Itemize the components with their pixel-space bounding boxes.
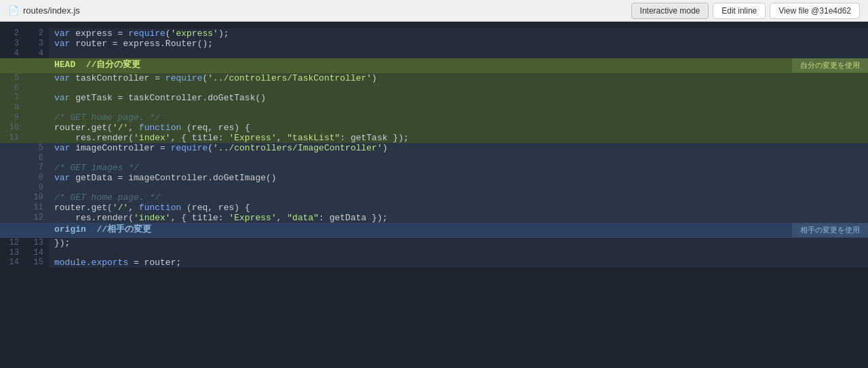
line-number-right: 8 xyxy=(24,173,49,183)
use-their-change-badge[interactable]: 相手の変更を使用 xyxy=(792,223,868,237)
line-number-left: 4 xyxy=(0,49,24,58)
code-line: 5var imageController = require('../contr… xyxy=(0,143,868,153)
code-area: 22var express = require('express');33var… xyxy=(0,22,868,368)
gutter-right xyxy=(24,223,49,238)
line-content: var imageController = require('../contro… xyxy=(49,143,868,153)
line-number-right xyxy=(24,103,49,113)
line-content: res.render('index', { title: 'Express', … xyxy=(49,133,868,143)
view-file-button[interactable]: View file @31e4d62 xyxy=(770,3,860,19)
line-number-left xyxy=(0,183,24,192)
line-content: var getData = imageController.doGetImage… xyxy=(49,173,868,183)
code-line: 22var express = require('express'); xyxy=(0,28,868,39)
line-content: }); xyxy=(49,238,868,248)
line-number-right: 3 xyxy=(24,39,49,49)
line-number-right: 14 xyxy=(24,248,49,258)
line-number-left xyxy=(0,153,24,163)
line-number-left: 11 xyxy=(0,133,24,143)
line-content: router.get('/', function (req, res) { xyxy=(49,203,868,213)
line-number-right: 13 xyxy=(24,238,49,248)
line-content xyxy=(49,183,868,192)
line-content: res.render('index', { title: 'Express', … xyxy=(49,213,868,223)
code-line: 1213}); xyxy=(0,238,868,248)
gutter-left xyxy=(0,223,24,238)
line-number-right: 12 xyxy=(24,213,49,223)
line-number-right: 11 xyxy=(24,203,49,213)
line-content xyxy=(49,83,868,93)
line-content: var taskController = require('../control… xyxy=(49,73,868,83)
line-number-left: 14 xyxy=(0,258,24,268)
conflict-head-label: HEAD //自分の変更 xyxy=(49,58,868,73)
line-number-left xyxy=(0,143,24,153)
line-number-right xyxy=(24,133,49,143)
code-line: 10/* GET home page. */ xyxy=(0,192,868,203)
line-content xyxy=(49,248,868,258)
code-line: 9/* GET home page. */ xyxy=(0,113,868,123)
line-number-left: 9 xyxy=(0,113,24,123)
line-number-right xyxy=(24,83,49,93)
code-line: 44 xyxy=(0,49,868,58)
code-line: 33var router = express.Router(); xyxy=(0,39,868,49)
line-number-right xyxy=(24,93,49,103)
line-content: /* GET images */ xyxy=(49,163,868,173)
line-number-right xyxy=(24,113,49,123)
line-number-left: 13 xyxy=(0,248,24,258)
gutter-right xyxy=(24,58,49,73)
code-line: 5var taskController = require('../contro… xyxy=(0,73,868,83)
line-content xyxy=(49,153,868,163)
edit-inline-button[interactable]: Edit inline xyxy=(713,3,766,19)
code-line: 6 xyxy=(0,153,868,163)
line-content xyxy=(49,49,868,58)
code-line: 8var getData = imageController.doGetImag… xyxy=(0,173,868,183)
code-line: 1415module.exports = router; xyxy=(0,258,868,268)
gutter-left xyxy=(0,58,24,73)
line-content: router.get('/', function (req, res) { xyxy=(49,123,868,133)
line-content: /* GET home page. */ xyxy=(49,192,868,203)
code-line: 7/* GET images */ xyxy=(0,163,868,173)
file-icon: 📄 xyxy=(8,5,19,16)
line-number-left: 6 xyxy=(0,83,24,93)
line-number-right: 6 xyxy=(24,153,49,163)
line-content xyxy=(49,103,868,113)
code-line: origin //相手の変更相手の変更を使用 xyxy=(0,223,868,238)
code-line: 11router.get('/', function (req, res) { xyxy=(0,203,868,213)
code-line: 7var getTask = taskController.doGetTask(… xyxy=(0,93,868,103)
line-number-right: 15 xyxy=(24,258,49,268)
line-content: module.exports = router; xyxy=(49,258,868,268)
line-number-right: 4 xyxy=(24,49,49,58)
line-number-left: 3 xyxy=(0,39,24,49)
titlebar-left: 📄 routes/index.js xyxy=(8,5,80,16)
line-number-left xyxy=(0,173,24,183)
line-number-left: 2 xyxy=(0,28,24,39)
line-content: var router = express.Router(); xyxy=(49,39,868,49)
code-line: 10router.get('/', function (req, res) { xyxy=(0,123,868,133)
line-number-left: 5 xyxy=(0,73,24,83)
code-line: 6 xyxy=(0,83,868,93)
line-number-right: 5 xyxy=(24,143,49,153)
conflict-origin-label: origin //相手の変更 xyxy=(49,223,868,238)
line-content: var express = require('express'); xyxy=(49,28,868,39)
code-line: 8 xyxy=(0,103,868,113)
line-content: var getTask = taskController.doGetTask() xyxy=(49,93,868,103)
line-number-left xyxy=(0,163,24,173)
line-number-right xyxy=(24,123,49,133)
line-number-left xyxy=(0,203,24,213)
interactive-mode-button[interactable]: Interactive mode xyxy=(631,3,709,19)
titlebar: 📄 routes/index.js Interactive mode Edit … xyxy=(0,0,868,22)
line-number-left: 12 xyxy=(0,238,24,248)
code-line xyxy=(0,22,868,28)
code-line: 9 xyxy=(0,183,868,192)
line-number-right: 7 xyxy=(24,163,49,173)
line-number-left xyxy=(0,213,24,223)
line-number-left: 10 xyxy=(0,123,24,133)
code-line: 1314 xyxy=(0,248,868,258)
code-line: 11 res.render('index', { title: 'Express… xyxy=(0,133,868,143)
line-content: /* GET home page. */ xyxy=(49,113,868,123)
use-my-change-badge[interactable]: 自分の変更を使用 xyxy=(792,58,868,73)
line-number-left xyxy=(0,192,24,203)
code-line: HEAD //自分の変更自分の変更を使用 xyxy=(0,58,868,73)
line-number-right: 10 xyxy=(24,192,49,203)
filename: routes/index.js xyxy=(23,5,80,16)
line-number-left: 7 xyxy=(0,93,24,103)
line-number-right: 9 xyxy=(24,183,49,192)
line-number-right xyxy=(24,73,49,83)
